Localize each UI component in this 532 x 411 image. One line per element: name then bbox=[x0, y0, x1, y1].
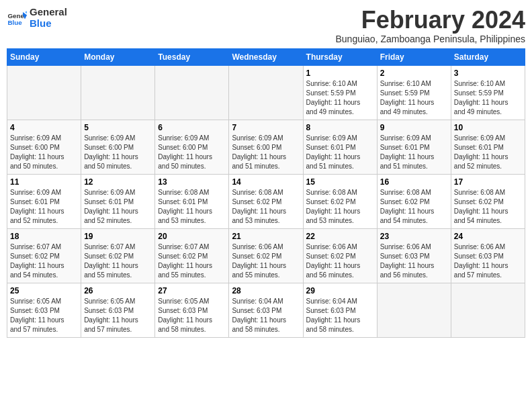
calendar-cell: 16Sunrise: 6:08 AM Sunset: 6:02 PM Dayli… bbox=[377, 174, 451, 228]
calendar-week-4: 18Sunrise: 6:07 AM Sunset: 6:02 PM Dayli… bbox=[7, 228, 525, 283]
day-number: 10 bbox=[454, 123, 522, 132]
day-info: Sunrise: 6:08 AM Sunset: 6:02 PM Dayligh… bbox=[454, 188, 522, 226]
calendar-cell: 19Sunrise: 6:07 AM Sunset: 6:02 PM Dayli… bbox=[81, 228, 155, 283]
calendar-cell: 7Sunrise: 6:09 AM Sunset: 6:00 PM Daylig… bbox=[229, 120, 303, 174]
day-number: 20 bbox=[158, 232, 226, 241]
day-info: Sunrise: 6:06 AM Sunset: 6:02 PM Dayligh… bbox=[306, 242, 374, 280]
subtitle: Bunguiao, Zamboanga Peninsula, Philippin… bbox=[335, 34, 525, 44]
calendar-cell: 13Sunrise: 6:08 AM Sunset: 6:01 PM Dayli… bbox=[155, 174, 229, 228]
calendar-cell: 11Sunrise: 6:09 AM Sunset: 6:01 PM Dayli… bbox=[7, 174, 81, 228]
day-number: 21 bbox=[232, 232, 300, 241]
calendar-cell bbox=[81, 65, 155, 120]
calendar-cell: 10Sunrise: 6:09 AM Sunset: 6:01 PM Dayli… bbox=[451, 120, 525, 174]
calendar-cell: 28Sunrise: 6:04 AM Sunset: 6:03 PM Dayli… bbox=[229, 283, 303, 337]
day-info: Sunrise: 6:10 AM Sunset: 5:59 PM Dayligh… bbox=[454, 79, 522, 117]
calendar-header-row: SundayMondayTuesdayWednesdayThursdayFrid… bbox=[7, 48, 525, 65]
calendar-cell: 12Sunrise: 6:09 AM Sunset: 6:01 PM Dayli… bbox=[81, 174, 155, 228]
day-info: Sunrise: 6:09 AM Sunset: 6:01 PM Dayligh… bbox=[454, 134, 522, 171]
day-number: 24 bbox=[454, 232, 522, 241]
day-info: Sunrise: 6:10 AM Sunset: 5:59 PM Dayligh… bbox=[380, 79, 448, 117]
day-number: 13 bbox=[158, 177, 226, 187]
title-area: February 2024 Bunguiao, Zamboanga Penins… bbox=[335, 7, 525, 44]
day-number: 14 bbox=[232, 177, 300, 187]
day-info: Sunrise: 6:09 AM Sunset: 6:01 PM Dayligh… bbox=[84, 188, 152, 226]
day-info: Sunrise: 6:09 AM Sunset: 6:00 PM Dayligh… bbox=[232, 134, 300, 171]
day-header-wednesday: Wednesday bbox=[229, 48, 303, 65]
calendar-cell bbox=[229, 65, 303, 120]
calendar-cell: 24Sunrise: 6:06 AM Sunset: 6:03 PM Dayli… bbox=[451, 228, 525, 283]
day-info: Sunrise: 6:05 AM Sunset: 6:03 PM Dayligh… bbox=[158, 297, 226, 334]
day-number: 2 bbox=[380, 68, 448, 78]
calendar-cell bbox=[7, 65, 81, 120]
day-info: Sunrise: 6:05 AM Sunset: 6:03 PM Dayligh… bbox=[10, 297, 78, 334]
day-info: Sunrise: 6:06 AM Sunset: 6:03 PM Dayligh… bbox=[454, 242, 522, 280]
calendar-cell: 20Sunrise: 6:07 AM Sunset: 6:02 PM Dayli… bbox=[155, 228, 229, 283]
day-number: 18 bbox=[10, 232, 78, 241]
page-header: General Blue General Blue February 2024 … bbox=[7, 7, 525, 44]
calendar-cell: 2Sunrise: 6:10 AM Sunset: 5:59 PM Daylig… bbox=[377, 65, 451, 120]
day-number: 23 bbox=[380, 232, 448, 241]
calendar-cell: 26Sunrise: 6:05 AM Sunset: 6:03 PM Dayli… bbox=[81, 283, 155, 337]
day-info: Sunrise: 6:07 AM Sunset: 6:02 PM Dayligh… bbox=[10, 242, 78, 280]
calendar-cell: 21Sunrise: 6:06 AM Sunset: 6:02 PM Dayli… bbox=[229, 228, 303, 283]
day-number: 16 bbox=[380, 177, 448, 187]
day-header-saturday: Saturday bbox=[451, 48, 525, 65]
day-info: Sunrise: 6:05 AM Sunset: 6:03 PM Dayligh… bbox=[84, 297, 152, 334]
calendar-cell: 18Sunrise: 6:07 AM Sunset: 6:02 PM Dayli… bbox=[7, 228, 81, 283]
calendar-cell: 23Sunrise: 6:06 AM Sunset: 6:03 PM Dayli… bbox=[377, 228, 451, 283]
calendar-cell: 8Sunrise: 6:09 AM Sunset: 6:01 PM Daylig… bbox=[303, 120, 377, 174]
calendar-cell: 9Sunrise: 6:09 AM Sunset: 6:01 PM Daylig… bbox=[377, 120, 451, 174]
calendar-cell: 3Sunrise: 6:10 AM Sunset: 5:59 PM Daylig… bbox=[451, 65, 525, 120]
day-number: 8 bbox=[306, 123, 374, 132]
calendar-cell bbox=[377, 283, 451, 337]
calendar-cell: 27Sunrise: 6:05 AM Sunset: 6:03 PM Dayli… bbox=[155, 283, 229, 337]
day-number: 19 bbox=[84, 232, 152, 241]
calendar-cell: 15Sunrise: 6:08 AM Sunset: 6:02 PM Dayli… bbox=[303, 174, 377, 228]
day-number: 15 bbox=[306, 177, 374, 187]
day-number: 17 bbox=[454, 177, 522, 187]
logo: General Blue General Blue bbox=[7, 7, 67, 29]
day-info: Sunrise: 6:09 AM Sunset: 6:01 PM Dayligh… bbox=[10, 188, 78, 226]
day-number: 9 bbox=[380, 123, 448, 132]
main-title: February 2024 bbox=[335, 7, 525, 34]
day-info: Sunrise: 6:09 AM Sunset: 6:00 PM Dayligh… bbox=[10, 134, 78, 171]
calendar-cell: 6Sunrise: 6:09 AM Sunset: 6:00 PM Daylig… bbox=[155, 120, 229, 174]
day-info: Sunrise: 6:10 AM Sunset: 5:59 PM Dayligh… bbox=[306, 79, 374, 117]
calendar-body: 1Sunrise: 6:10 AM Sunset: 5:59 PM Daylig… bbox=[7, 65, 525, 337]
day-info: Sunrise: 6:09 AM Sunset: 6:00 PM Dayligh… bbox=[84, 134, 152, 171]
day-info: Sunrise: 6:08 AM Sunset: 6:02 PM Dayligh… bbox=[232, 188, 300, 226]
svg-text:Blue: Blue bbox=[8, 18, 23, 26]
day-number: 1 bbox=[306, 68, 374, 78]
day-header-friday: Friday bbox=[377, 48, 451, 65]
calendar-week-1: 1Sunrise: 6:10 AM Sunset: 5:59 PM Daylig… bbox=[7, 65, 525, 120]
day-number: 27 bbox=[158, 286, 226, 295]
logo-icon: General Blue bbox=[7, 8, 27, 28]
day-header-monday: Monday bbox=[81, 48, 155, 65]
day-info: Sunrise: 6:07 AM Sunset: 6:02 PM Dayligh… bbox=[84, 242, 152, 280]
day-info: Sunrise: 6:09 AM Sunset: 6:01 PM Dayligh… bbox=[306, 134, 374, 171]
calendar-cell bbox=[451, 283, 525, 337]
calendar-cell: 14Sunrise: 6:08 AM Sunset: 6:02 PM Dayli… bbox=[229, 174, 303, 228]
day-info: Sunrise: 6:09 AM Sunset: 6:00 PM Dayligh… bbox=[158, 134, 226, 171]
day-info: Sunrise: 6:04 AM Sunset: 6:03 PM Dayligh… bbox=[232, 297, 300, 334]
day-number: 6 bbox=[158, 123, 226, 132]
day-info: Sunrise: 6:09 AM Sunset: 6:01 PM Dayligh… bbox=[380, 134, 448, 171]
day-info: Sunrise: 6:08 AM Sunset: 6:02 PM Dayligh… bbox=[306, 188, 374, 226]
calendar-table: SundayMondayTuesdayWednesdayThursdayFrid… bbox=[7, 48, 525, 338]
day-number: 26 bbox=[84, 286, 152, 295]
day-number: 4 bbox=[10, 123, 78, 132]
day-info: Sunrise: 6:07 AM Sunset: 6:02 PM Dayligh… bbox=[158, 242, 226, 280]
calendar-cell: 29Sunrise: 6:04 AM Sunset: 6:03 PM Dayli… bbox=[303, 283, 377, 337]
day-info: Sunrise: 6:06 AM Sunset: 6:03 PM Dayligh… bbox=[380, 242, 448, 280]
day-info: Sunrise: 6:04 AM Sunset: 6:03 PM Dayligh… bbox=[306, 297, 374, 334]
calendar-cell: 5Sunrise: 6:09 AM Sunset: 6:00 PM Daylig… bbox=[81, 120, 155, 174]
day-number: 12 bbox=[84, 177, 152, 187]
calendar-cell: 22Sunrise: 6:06 AM Sunset: 6:02 PM Dayli… bbox=[303, 228, 377, 283]
day-info: Sunrise: 6:06 AM Sunset: 6:02 PM Dayligh… bbox=[232, 242, 300, 280]
day-info: Sunrise: 6:08 AM Sunset: 6:01 PM Dayligh… bbox=[158, 188, 226, 226]
logo-line2: Blue bbox=[30, 18, 67, 30]
calendar-cell bbox=[155, 65, 229, 120]
day-number: 3 bbox=[454, 68, 522, 78]
calendar-cell: 1Sunrise: 6:10 AM Sunset: 5:59 PM Daylig… bbox=[303, 65, 377, 120]
day-number: 22 bbox=[306, 232, 374, 241]
